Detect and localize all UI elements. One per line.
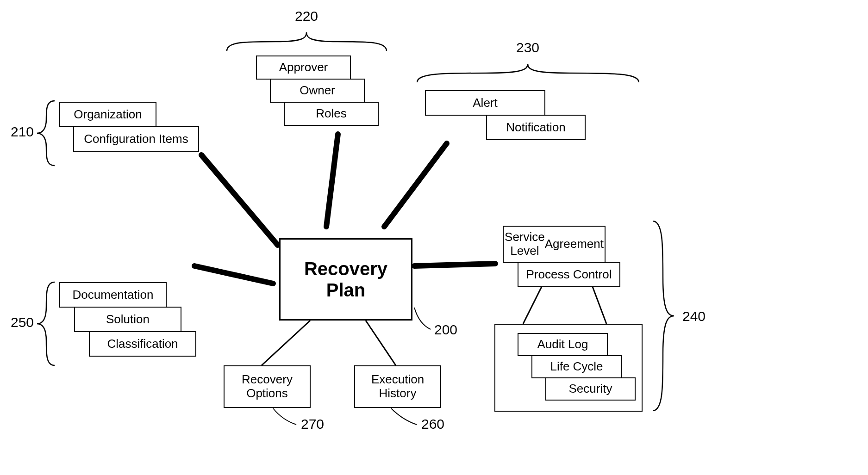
brace-240 — [653, 221, 674, 411]
box-execution-history: Execution History — [354, 365, 441, 408]
box-configuration-items: Configuration Items — [73, 126, 199, 152]
recovery-plan-line1: Recovery — [304, 258, 387, 279]
box-recovery-plan: Recovery Plan — [279, 238, 412, 321]
lead-200 — [414, 308, 431, 329]
ref-250: 250 — [8, 315, 36, 330]
spoke-230 — [384, 143, 447, 227]
spoke-220 — [326, 134, 338, 227]
ref-240: 240 — [678, 308, 710, 324]
box-solution: Solution — [74, 307, 181, 332]
ref-210: 210 — [8, 124, 36, 140]
box-security: Security — [545, 377, 636, 401]
recovery-options-line1: Recovery — [242, 373, 293, 387]
spoke-210 — [201, 155, 278, 245]
ref-200: 200 — [430, 322, 462, 338]
box-sla-line2: Agreement — [545, 237, 604, 251]
box-classification: Classification — [89, 331, 196, 357]
brace-230 — [417, 64, 639, 82]
box-sla-line1: Service Level — [505, 230, 545, 258]
recovery-options-line2: Options — [246, 387, 288, 401]
ref-270: 270 — [296, 416, 329, 432]
ref-230: 230 — [481, 40, 574, 56]
brace-210 — [37, 101, 55, 166]
box-alert: Alert — [425, 90, 545, 116]
box-approver: Approver — [256, 56, 351, 80]
box-process-control: Process Control — [518, 262, 620, 287]
box-organization: Organization — [59, 102, 156, 127]
box-documentation: Documentation — [59, 282, 167, 308]
execution-history-line2: History — [379, 387, 417, 401]
box-notification: Notification — [486, 115, 586, 140]
ref-260: 260 — [417, 416, 449, 432]
box-recovery-options: Recovery Options — [224, 365, 311, 408]
line-pc-sub-right — [593, 287, 606, 324]
diagram-canvas: 210 Organization Configuration Items 220… — [0, 0, 868, 475]
box-owner: Owner — [270, 79, 365, 103]
line-to-execution-history — [366, 321, 396, 365]
ref-220: 220 — [260, 8, 353, 24]
lead-260 — [391, 408, 417, 425]
box-life-cycle: Life Cycle — [531, 355, 622, 378]
box-audit-log: Audit Log — [518, 333, 608, 356]
spoke-240 — [414, 264, 495, 266]
spoke-250 — [194, 266, 273, 284]
box-sla: Service Level Agreement — [503, 226, 606, 263]
execution-history-line1: Execution — [371, 373, 424, 387]
line-to-recovery-options — [262, 321, 310, 365]
brace-220 — [227, 32, 387, 51]
lead-270 — [273, 408, 296, 425]
box-roles: Roles — [284, 102, 379, 126]
brace-250 — [37, 282, 55, 365]
recovery-plan-line2: Plan — [326, 279, 365, 301]
line-pc-sub-left — [523, 287, 542, 324]
